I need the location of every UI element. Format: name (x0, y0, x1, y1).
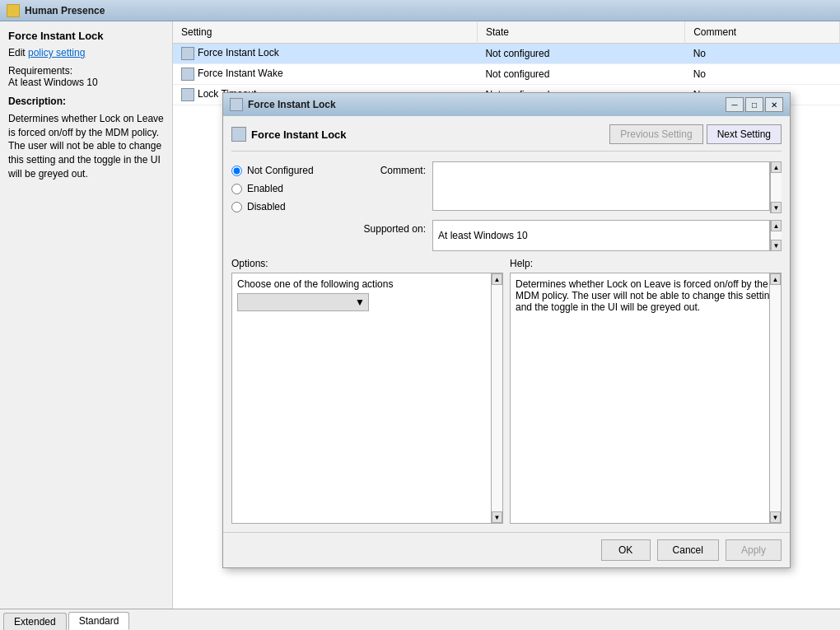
right-fields: Comment: ▲ ▼ Supported on: (352, 161, 782, 251)
radio-enabled-label: Enabled (247, 183, 283, 194)
modal-form: Not Configured Enabled Disabled Comment: (231, 161, 782, 251)
modal-footer: OK Cancel Apply (223, 532, 790, 567)
supported-value-box: At least Windows 10 (432, 220, 770, 251)
left-panel: Force Instant Lock Edit policy setting R… (0, 21, 173, 609)
comment-textarea[interactable] (432, 161, 770, 211)
scrollbar-up[interactable]: ▲ (771, 161, 782, 173)
modal-icon (230, 98, 243, 111)
app-title: Human Presence (25, 5, 105, 16)
description-section: Description: Determines whether Lock on … (8, 95, 164, 181)
table-header-row: Setting State Comment (173, 21, 840, 44)
left-panel-heading: Force Instant Lock (8, 30, 164, 42)
comment-scrollbar: ▲ ▼ (770, 161, 782, 213)
modal-setting-icon (231, 127, 246, 142)
apply-button[interactable]: Apply (726, 539, 782, 561)
next-setting-button[interactable]: Next Setting (707, 124, 782, 144)
radio-not-configured: Not Configured (231, 165, 338, 176)
edit-prefix: Edit (8, 47, 28, 58)
requirements-section: Requirements: At least Windows 10 (8, 65, 164, 88)
options-scrollbar: ▲ ▼ (491, 273, 502, 523)
col-state: State (477, 21, 684, 44)
help-scroll-track (770, 285, 781, 511)
cell-state: Not configured (477, 44, 684, 64)
help-scroll-up[interactable]: ▲ (770, 273, 781, 285)
requirements-label: Requirements: (8, 65, 164, 77)
supported-scroll-track (771, 231, 782, 240)
radio-not-configured-label: Not Configured (247, 165, 314, 176)
tab-extended[interactable]: Extended (3, 613, 67, 630)
table-row[interactable]: Force Instant WakeNot configuredNo (173, 64, 840, 85)
options-scroll-up[interactable]: ▲ (492, 273, 502, 285)
requirements-value: At least Windows 10 (8, 77, 164, 88)
radio-enabled: Enabled (231, 183, 338, 194)
help-label: Help: (510, 258, 782, 269)
help-box: Determines whether Lock on Leave is forc… (510, 273, 782, 524)
scrollbar-down[interactable]: ▼ (771, 202, 782, 213)
supported-scroll-down[interactable]: ▼ (771, 240, 782, 251)
modal-nav-buttons: Previous Setting Next Setting (609, 124, 782, 144)
supported-field-container: At least Windows 10 ▲ ▼ (432, 220, 782, 251)
supported-row: Supported on: At least Windows 10 ▲ ▼ (352, 220, 782, 251)
help-scrollbar: ▲ ▼ (769, 273, 781, 523)
comment-row: Comment: ▲ ▼ (352, 161, 782, 213)
options-help-row: Options: Choose one of the following act… (231, 258, 782, 524)
options-scroll-track (492, 285, 502, 511)
app-icon (7, 4, 20, 17)
supported-label: Supported on: (352, 220, 426, 235)
modal-chrome-buttons: ─ □ ✕ (726, 97, 783, 112)
supported-value: At least Windows 10 (438, 230, 528, 241)
dropdown-arrow: ▼ (355, 296, 365, 308)
cancel-button[interactable]: Cancel (657, 539, 719, 561)
modal-setting-title: Force Instant Lock (231, 127, 347, 142)
row-icon (181, 47, 194, 60)
cell-setting-name: Force Instant Wake (173, 64, 477, 85)
options-placeholder-text: Choose one of the following actions (237, 278, 393, 290)
options-dropdown-area: ▼ (237, 293, 497, 311)
row-icon (181, 68, 194, 81)
help-scroll-down[interactable]: ▼ (770, 511, 781, 523)
tab-standard[interactable]: Standard (68, 612, 130, 630)
help-section: Help: Determines whether Lock on Leave i… (510, 258, 782, 524)
modal-dialog: Force Instant Lock ─ □ ✕ Force Instant L… (222, 92, 791, 568)
scrollbar-track (771, 173, 782, 202)
comment-field-container: ▲ ▼ (432, 161, 782, 213)
col-setting: Setting (173, 21, 477, 44)
radio-group: Not Configured Enabled Disabled (231, 161, 338, 251)
ok-button[interactable]: OK (601, 539, 651, 561)
options-dropdown[interactable]: ▼ (237, 293, 369, 311)
col-comment: Comment (685, 21, 840, 44)
modal-title-left: Force Instant Lock (230, 98, 336, 111)
table-row[interactable]: Force Instant LockNot configuredNo (173, 44, 840, 64)
radio-disabled: Disabled (231, 201, 338, 212)
description-text: Determines whether Lock on Leave is forc… (8, 112, 164, 181)
modal-minimize-button[interactable]: ─ (726, 97, 744, 112)
modal-setting-name: Force Instant Lock (251, 128, 347, 141)
supported-scrollbar: ▲ ▼ (770, 220, 782, 251)
radio-disabled-input[interactable] (231, 202, 242, 212)
edit-row: Edit policy setting (8, 47, 164, 58)
radio-disabled-label: Disabled (247, 201, 286, 212)
cell-comment: No (685, 44, 840, 64)
modal-maximize-button[interactable]: □ (745, 97, 763, 112)
prev-setting-button[interactable]: Previous Setting (609, 124, 702, 144)
modal-body: Force Instant Lock Previous Setting Next… (223, 116, 790, 532)
cell-comment: No (685, 64, 840, 85)
edit-policy-link[interactable]: policy setting (28, 47, 85, 58)
modal-setting-row: Force Instant Lock Previous Setting Next… (231, 124, 782, 152)
options-box: Choose one of the following actions ▼ ▲ … (231, 273, 503, 524)
supported-scroll-up[interactable]: ▲ (771, 220, 782, 231)
help-text: Determines whether Lock on Leave is forc… (516, 278, 775, 313)
radio-enabled-input[interactable] (231, 184, 242, 194)
modal-title-text: Force Instant Lock (248, 99, 336, 110)
comment-label: Comment: (352, 161, 426, 176)
tabs-bar: Extended Standard (0, 609, 840, 630)
row-icon (181, 88, 194, 101)
radio-not-configured-input[interactable] (231, 166, 242, 176)
cell-setting-name: Force Instant Lock (173, 44, 477, 64)
description-label: Description: (8, 95, 164, 109)
cell-state: Not configured (477, 64, 684, 85)
modal-close-button[interactable]: ✕ (765, 97, 783, 112)
options-section: Options: Choose one of the following act… (231, 258, 503, 524)
options-scroll-down[interactable]: ▼ (492, 511, 502, 523)
modal-title-bar: Force Instant Lock ─ □ ✕ (223, 93, 790, 116)
